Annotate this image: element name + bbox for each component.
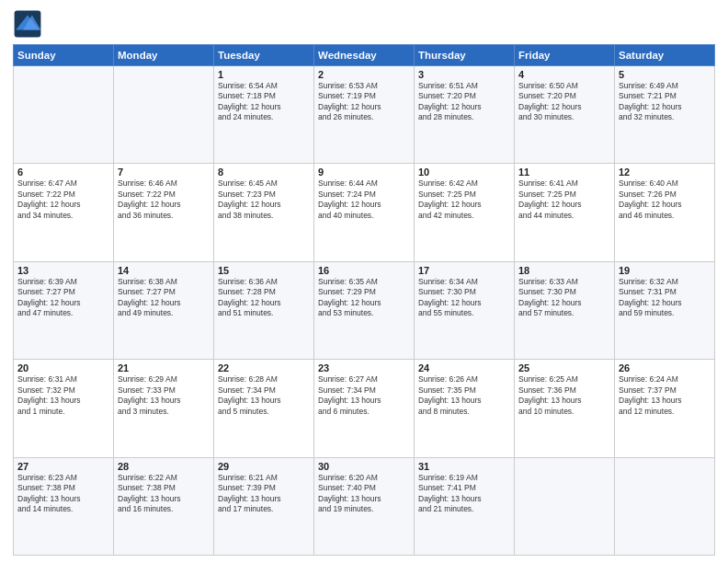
day-info: Sunrise: 6:32 AM Sunset: 7:31 PM Dayligh… [619, 277, 711, 319]
day-info: Sunrise: 6:51 AM Sunset: 7:20 PM Dayligh… [418, 81, 510, 123]
day-number: 5 [619, 69, 711, 80]
calendar-table: SundayMondayTuesdayWednesdayThursdayFrid… [13, 44, 715, 556]
calendar-cell: 3Sunrise: 6:51 AM Sunset: 7:20 PM Daylig… [415, 66, 515, 164]
calendar-cell: 25Sunrise: 6:25 AM Sunset: 7:36 PM Dayli… [515, 360, 615, 457]
day-number: 9 [318, 167, 410, 178]
calendar-cell: 10Sunrise: 6:42 AM Sunset: 7:25 PM Dayli… [415, 164, 515, 261]
calendar-cell: 7Sunrise: 6:46 AM Sunset: 7:22 PM Daylig… [114, 164, 214, 261]
day-number: 1 [218, 69, 310, 80]
calendar-header-friday: Friday [515, 45, 615, 66]
header [13, 9, 715, 39]
day-number: 30 [318, 461, 410, 472]
day-number: 16 [318, 265, 410, 276]
day-number: 25 [518, 362, 610, 373]
day-info: Sunrise: 6:53 AM Sunset: 7:19 PM Dayligh… [318, 81, 410, 123]
day-number: 10 [418, 167, 510, 178]
calendar-header-tuesday: Tuesday [214, 45, 314, 66]
day-info: Sunrise: 6:42 AM Sunset: 7:25 PM Dayligh… [418, 178, 510, 221]
day-info: Sunrise: 6:49 AM Sunset: 7:21 PM Dayligh… [619, 81, 711, 123]
day-info: Sunrise: 6:27 AM Sunset: 7:34 PM Dayligh… [318, 374, 410, 417]
day-number: 3 [418, 69, 510, 80]
day-info: Sunrise: 6:36 AM Sunset: 7:28 PM Dayligh… [218, 277, 310, 319]
calendar-header-saturday: Saturday [615, 45, 715, 66]
day-info: Sunrise: 6:23 AM Sunset: 7:38 PM Dayligh… [17, 473, 109, 515]
calendar-cell: 17Sunrise: 6:34 AM Sunset: 7:30 PM Dayli… [415, 261, 515, 359]
calendar-cell: 23Sunrise: 6:27 AM Sunset: 7:34 PM Dayli… [314, 360, 415, 457]
day-number: 31 [418, 461, 510, 472]
calendar-week-3: 13Sunrise: 6:39 AM Sunset: 7:27 PM Dayli… [14, 261, 715, 359]
calendar-cell [14, 66, 114, 164]
day-info: Sunrise: 6:38 AM Sunset: 7:27 PM Dayligh… [118, 277, 210, 319]
day-number: 13 [17, 265, 109, 276]
day-info: Sunrise: 6:25 AM Sunset: 7:36 PM Dayligh… [518, 374, 610, 417]
day-number: 21 [118, 362, 210, 373]
day-info: Sunrise: 6:50 AM Sunset: 7:20 PM Dayligh… [518, 81, 610, 123]
calendar-cell: 24Sunrise: 6:26 AM Sunset: 7:35 PM Dayli… [415, 360, 515, 457]
day-info: Sunrise: 6:22 AM Sunset: 7:38 PM Dayligh… [118, 473, 210, 515]
calendar-cell: 13Sunrise: 6:39 AM Sunset: 7:27 PM Dayli… [14, 261, 114, 359]
day-number: 7 [118, 167, 210, 178]
day-info: Sunrise: 6:29 AM Sunset: 7:33 PM Dayligh… [118, 374, 210, 417]
day-info: Sunrise: 6:28 AM Sunset: 7:34 PM Dayligh… [218, 374, 310, 417]
calendar-week-5: 27Sunrise: 6:23 AM Sunset: 7:38 PM Dayli… [14, 457, 715, 555]
day-info: Sunrise: 6:20 AM Sunset: 7:40 PM Dayligh… [318, 473, 410, 515]
day-number: 23 [318, 362, 410, 373]
calendar-cell: 18Sunrise: 6:33 AM Sunset: 7:30 PM Dayli… [515, 261, 615, 359]
day-info: Sunrise: 6:39 AM Sunset: 7:27 PM Dayligh… [17, 277, 109, 319]
calendar-cell: 4Sunrise: 6:50 AM Sunset: 7:20 PM Daylig… [515, 66, 615, 164]
calendar-cell: 12Sunrise: 6:40 AM Sunset: 7:26 PM Dayli… [615, 164, 715, 261]
calendar-week-1: 1Sunrise: 6:54 AM Sunset: 7:18 PM Daylig… [14, 66, 715, 164]
calendar-cell: 27Sunrise: 6:23 AM Sunset: 7:38 PM Dayli… [14, 457, 114, 555]
day-number: 28 [118, 461, 210, 472]
calendar-cell: 29Sunrise: 6:21 AM Sunset: 7:39 PM Dayli… [214, 457, 314, 555]
day-info: Sunrise: 6:35 AM Sunset: 7:29 PM Dayligh… [318, 277, 410, 319]
day-number: 14 [118, 265, 210, 276]
day-number: 8 [218, 167, 310, 178]
day-info: Sunrise: 6:40 AM Sunset: 7:26 PM Dayligh… [619, 178, 711, 221]
calendar-cell: 28Sunrise: 6:22 AM Sunset: 7:38 PM Dayli… [114, 457, 214, 555]
calendar-cell: 2Sunrise: 6:53 AM Sunset: 7:19 PM Daylig… [314, 66, 415, 164]
day-info: Sunrise: 6:54 AM Sunset: 7:18 PM Dayligh… [218, 81, 310, 123]
day-info: Sunrise: 6:24 AM Sunset: 7:37 PM Dayligh… [619, 374, 711, 417]
day-number: 19 [619, 265, 711, 276]
calendar-header-sunday: Sunday [14, 45, 114, 66]
day-number: 6 [17, 167, 109, 178]
day-number: 17 [418, 265, 510, 276]
day-info: Sunrise: 6:33 AM Sunset: 7:30 PM Dayligh… [518, 277, 610, 319]
calendar-cell: 30Sunrise: 6:20 AM Sunset: 7:40 PM Dayli… [314, 457, 415, 555]
calendar-week-4: 20Sunrise: 6:31 AM Sunset: 7:32 PM Dayli… [14, 360, 715, 457]
calendar-cell: 21Sunrise: 6:29 AM Sunset: 7:33 PM Dayli… [114, 360, 214, 457]
calendar-header-row: SundayMondayTuesdayWednesdayThursdayFrid… [14, 45, 715, 66]
calendar-header-monday: Monday [114, 45, 214, 66]
calendar-cell: 1Sunrise: 6:54 AM Sunset: 7:18 PM Daylig… [214, 66, 314, 164]
page: SundayMondayTuesdayWednesdayThursdayFrid… [0, 0, 728, 563]
calendar-cell: 26Sunrise: 6:24 AM Sunset: 7:37 PM Dayli… [615, 360, 715, 457]
calendar-cell: 9Sunrise: 6:44 AM Sunset: 7:24 PM Daylig… [314, 164, 415, 261]
day-info: Sunrise: 6:21 AM Sunset: 7:39 PM Dayligh… [218, 473, 310, 515]
day-number: 26 [619, 362, 711, 373]
day-info: Sunrise: 6:45 AM Sunset: 7:23 PM Dayligh… [218, 178, 310, 221]
day-number: 2 [318, 69, 410, 80]
calendar-cell: 20Sunrise: 6:31 AM Sunset: 7:32 PM Dayli… [14, 360, 114, 457]
calendar-cell: 16Sunrise: 6:35 AM Sunset: 7:29 PM Dayli… [314, 261, 415, 359]
calendar-cell: 11Sunrise: 6:41 AM Sunset: 7:25 PM Dayli… [515, 164, 615, 261]
calendar-header-wednesday: Wednesday [314, 45, 415, 66]
day-info: Sunrise: 6:41 AM Sunset: 7:25 PM Dayligh… [518, 178, 610, 221]
calendar-cell: 22Sunrise: 6:28 AM Sunset: 7:34 PM Dayli… [214, 360, 314, 457]
day-number: 4 [518, 69, 610, 80]
day-info: Sunrise: 6:46 AM Sunset: 7:22 PM Dayligh… [118, 178, 210, 221]
day-info: Sunrise: 6:47 AM Sunset: 7:22 PM Dayligh… [17, 178, 109, 221]
calendar-cell: 31Sunrise: 6:19 AM Sunset: 7:41 PM Dayli… [415, 457, 515, 555]
day-number: 20 [17, 362, 109, 373]
calendar-cell [615, 457, 715, 555]
calendar-week-2: 6Sunrise: 6:47 AM Sunset: 7:22 PM Daylig… [14, 164, 715, 261]
calendar-header-thursday: Thursday [415, 45, 515, 66]
day-info: Sunrise: 6:26 AM Sunset: 7:35 PM Dayligh… [418, 374, 510, 417]
logo-icon [13, 9, 42, 39]
day-number: 24 [418, 362, 510, 373]
day-info: Sunrise: 6:31 AM Sunset: 7:32 PM Dayligh… [17, 374, 109, 417]
day-number: 29 [218, 461, 310, 472]
day-number: 18 [518, 265, 610, 276]
day-number: 12 [619, 167, 711, 178]
day-info: Sunrise: 6:44 AM Sunset: 7:24 PM Dayligh… [318, 178, 410, 221]
